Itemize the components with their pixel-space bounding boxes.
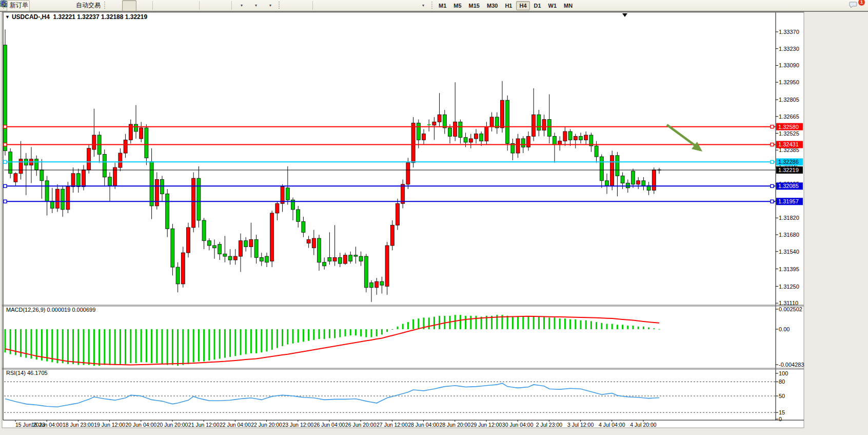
zoom-out-button[interactable] <box>169 0 183 11</box>
candlestick-chart-button[interactable] <box>122 0 136 11</box>
auto-scroll-button[interactable] <box>201 0 215 11</box>
chart-title-ohlc: 1.32221 1.32237 1.32188 1.32219 <box>53 13 148 21</box>
signals-button[interactable] <box>58 0 73 11</box>
price-tag-1.32286[interactable]: 1.32286 <box>776 158 803 165</box>
chart-title-collapse-icon[interactable]: ▼ <box>5 14 10 20</box>
autotrading-button[interactable]: 自动交易 <box>73 0 102 11</box>
svg-text:1.32219: 1.32219 <box>778 167 799 173</box>
svg-text:1.32085: 1.32085 <box>778 183 799 189</box>
chart-shift-button[interactable] <box>215 0 230 11</box>
timeframe-button-M1[interactable]: M1 <box>436 1 449 10</box>
toolbar-grip[interactable] <box>430 2 434 10</box>
new-chart-button[interactable] <box>44 0 58 11</box>
svg-text:100: 100 <box>779 370 788 376</box>
svg-text:26 Jun 04:00: 26 Jun 04:00 <box>314 422 345 428</box>
text-button[interactable]: A <box>386 0 401 11</box>
timeframe-button-H1[interactable]: H1 <box>502 1 515 10</box>
svg-text:1.32950: 1.32950 <box>779 79 799 85</box>
timeframe-button-M30[interactable]: M30 <box>484 1 501 10</box>
svg-text:1.31820: 1.31820 <box>779 215 799 221</box>
line-handle[interactable] <box>4 125 7 128</box>
svg-text:50: 50 <box>779 393 785 399</box>
line-handle[interactable] <box>771 160 774 163</box>
svg-text:28 Jun 20:00: 28 Jun 20:00 <box>439 422 470 428</box>
timeframe-button-M5[interactable]: M5 <box>450 1 464 10</box>
svg-text:1.32431: 1.32431 <box>778 141 799 147</box>
svg-text:0.00: 0.00 <box>779 326 790 332</box>
dropdown-caret-icon: ▾ <box>255 3 257 8</box>
mt4-terminal-window: 新订单 自动交易 <box>0 0 868 435</box>
bar-chart-button[interactable] <box>108 0 122 11</box>
line-handle[interactable] <box>771 200 774 203</box>
dropdown-caret-icon: ▾ <box>241 3 243 8</box>
timeframe-toolbar: M1M5M15M30H1H4D1W1MN <box>435 1 576 10</box>
svg-text:-0.004283: -0.004283 <box>779 362 804 368</box>
line-handle[interactable] <box>4 200 7 203</box>
zoom-in-button[interactable] <box>154 0 169 11</box>
arrows-tool-button[interactable]: ▾ <box>415 0 429 11</box>
templates-button[interactable]: ▾ <box>262 0 277 11</box>
price-tag-1.32085[interactable]: 1.32085 <box>776 182 803 190</box>
new-order-button[interactable]: 新订单 <box>7 0 30 11</box>
svg-text:1.31680: 1.31680 <box>779 232 799 238</box>
time-axis[interactable]: 15 Jun 202316 Jun 04:0018 Jun 23:0019 Ju… <box>15 420 657 428</box>
svg-text:1.33230: 1.33230 <box>779 46 799 52</box>
horizontal-line-button[interactable] <box>329 0 343 11</box>
notifications-button[interactable]: 1 <box>849 0 863 11</box>
macd-indicator-label: MACD(12,26,9) 0.000019 0.000699 <box>6 307 95 313</box>
chart-canvas[interactable]: 1.333701.332301.330901.329501.328051.326… <box>0 0 868 435</box>
svg-text:20 Jun 04:00: 20 Jun 04:00 <box>125 422 156 428</box>
svg-text:4 Jul 04:00: 4 Jul 04:00 <box>599 422 625 428</box>
svg-text:29 Jun 12:00: 29 Jun 12:00 <box>471 422 502 428</box>
svg-text:22 Jun 20:00: 22 Jun 20:00 <box>251 422 282 428</box>
timeframe-button-MN[interactable]: MN <box>561 1 576 10</box>
periods-button[interactable]: ▾ <box>248 0 262 11</box>
vertical-line-button[interactable] <box>314 0 329 11</box>
svg-text:1.32665: 1.32665 <box>779 114 799 120</box>
svg-text:1.32525: 1.32525 <box>779 130 799 137</box>
svg-text:4 Jul 20:00: 4 Jul 20:00 <box>630 422 657 428</box>
price-tag-1.31957[interactable]: 1.31957 <box>776 198 803 205</box>
svg-text:1.32286: 1.32286 <box>778 159 799 165</box>
line-handle[interactable] <box>771 184 774 187</box>
toolbar-grip[interactable] <box>278 2 281 10</box>
svg-text:2 Jul 23:00: 2 Jul 23:00 <box>536 422 563 428</box>
line-chart-button[interactable] <box>136 0 151 11</box>
svg-text:1.31957: 1.31957 <box>778 198 799 204</box>
svg-text:1.31110: 1.31110 <box>779 300 798 306</box>
trendline-button[interactable] <box>343 0 358 11</box>
timeframe-button-H4[interactable]: H4 <box>516 1 529 10</box>
metaeditor-button[interactable] <box>30 0 44 11</box>
cursor-button[interactable] <box>282 0 297 11</box>
timeframe-button-W1[interactable]: W1 <box>545 1 560 10</box>
line-handle[interactable] <box>771 143 774 146</box>
svg-text:3 Jul 12:00: 3 Jul 12:00 <box>567 422 594 428</box>
dropdown-caret-icon: ▾ <box>422 3 424 8</box>
crosshair-button[interactable] <box>297 0 311 11</box>
line-handle[interactable] <box>4 160 7 163</box>
new-order-label: 新订单 <box>10 1 28 10</box>
timeframe-button-M15[interactable]: M15 <box>466 1 483 10</box>
line-handle[interactable] <box>771 125 774 128</box>
tile-windows-button[interactable] <box>183 0 198 11</box>
price-tag-1.32219[interactable]: 1.32219 <box>776 166 803 174</box>
line-handle[interactable] <box>4 143 7 146</box>
text-label-button[interactable]: T <box>401 0 415 11</box>
equidistant-channel-button[interactable]: E <box>358 0 372 11</box>
add-indicator-button[interactable]: ▾ <box>233 0 248 11</box>
timeframe-button-D1[interactable]: D1 <box>531 1 544 10</box>
price-tag-1.32580[interactable]: 1.32580 <box>776 123 803 130</box>
line-handle[interactable] <box>4 184 7 187</box>
chart-title-symbol: USDCAD-,H4 <box>12 13 50 21</box>
main-toolbar: 新订单 自动交易 <box>0 0 868 11</box>
dropdown-caret-icon: ▾ <box>269 3 271 8</box>
fibonacci-button[interactable]: F <box>372 0 386 11</box>
svg-text:20 Jun 20:00: 20 Jun 20:00 <box>157 422 188 428</box>
chart-title: ▼USDCAD-,H4 1.32221 1.32237 1.32188 1.32… <box>5 13 147 21</box>
price-tag-1.32431[interactable]: 1.32431 <box>776 141 803 148</box>
svg-text:21 Jun 12:00: 21 Jun 12:00 <box>188 422 220 428</box>
search-button[interactable] <box>831 0 845 11</box>
svg-text:26 Jun 20:00: 26 Jun 20:00 <box>345 422 377 428</box>
toolbar-grip[interactable] <box>103 2 107 10</box>
svg-text:27 Jun 12:00: 27 Jun 12:00 <box>377 422 408 428</box>
